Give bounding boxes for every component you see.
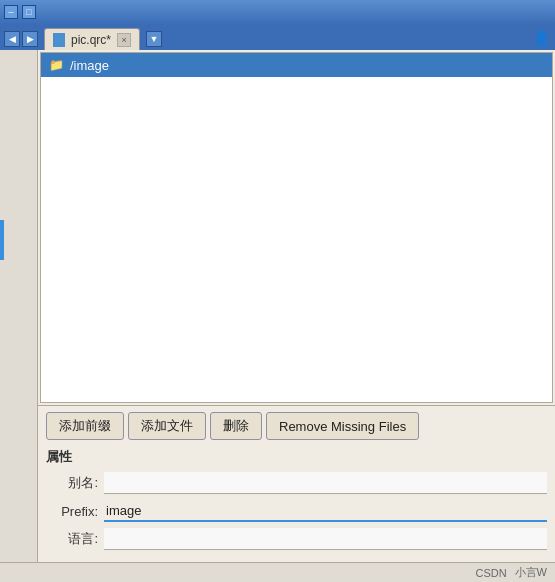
prefix-row: Prefix: — [46, 500, 547, 522]
main-window: – □ ◀ ▶ pic.qrc* × ▼ 👤 📁 /image — [0, 0, 555, 582]
tab-bar: ◀ ▶ pic.qrc* × ▼ 👤 — [0, 24, 555, 50]
alias-row: 别名: — [46, 472, 547, 494]
bottom-panel: 添加前缀 添加文件 删除 Remove Missing Files 属性 别名: — [38, 405, 555, 562]
minimize-button[interactable]: – — [4, 5, 18, 19]
sidebar-accent — [0, 220, 4, 260]
title-bar: – □ — [0, 0, 555, 24]
file-tree-root: /image — [70, 58, 109, 73]
language-label: 语言: — [46, 530, 104, 548]
alias-input[interactable] — [104, 472, 547, 494]
language-row: 语言: — [46, 528, 547, 550]
action-buttons: 添加前缀 添加文件 删除 Remove Missing Files — [46, 412, 547, 440]
add-prefix-button[interactable]: 添加前缀 — [46, 412, 124, 440]
properties-title: 属性 — [46, 448, 547, 466]
tab-menu-button[interactable]: ▼ — [146, 31, 162, 47]
folder-icon: 📁 — [49, 58, 64, 72]
delete-button[interactable]: 删除 — [210, 412, 262, 440]
tab-nav-buttons: ◀ ▶ — [4, 31, 38, 47]
file-tree-header: 📁 /image — [41, 53, 552, 77]
tab-pic-qrc[interactable]: pic.qrc* × — [44, 28, 140, 50]
status-bar: CSDN 小言W — [0, 562, 555, 582]
maximize-button[interactable]: □ — [22, 5, 36, 19]
file-tree-content — [41, 77, 552, 402]
csdn-label: CSDN — [475, 567, 506, 579]
tab-label: pic.qrc* — [71, 33, 111, 47]
tab-forward-button[interactable]: ▶ — [22, 31, 38, 47]
content-wrapper: 📁 /image 添加前缀 添加文件 删除 Remove Missing Fil… — [0, 50, 555, 562]
tab-close-button[interactable]: × — [117, 33, 131, 47]
right-area: 📁 /image 添加前缀 添加文件 删除 Remove Missing Fil… — [38, 50, 555, 562]
file-tree-area: 📁 /image — [40, 52, 553, 403]
properties-section: 属性 别名: Prefix: 语言: — [46, 448, 547, 550]
sidebar — [0, 50, 38, 562]
alias-label: 别名: — [46, 474, 104, 492]
prefix-input[interactable] — [104, 500, 547, 522]
user-label: 小言W — [515, 565, 547, 580]
remove-missing-button[interactable]: Remove Missing Files — [266, 412, 419, 440]
tab-back-button[interactable]: ◀ — [4, 31, 20, 47]
prefix-label: Prefix: — [46, 504, 104, 519]
user-icon: 👤 — [531, 28, 551, 48]
language-input[interactable] — [104, 528, 547, 550]
add-file-button[interactable]: 添加文件 — [128, 412, 206, 440]
file-icon — [53, 33, 65, 47]
